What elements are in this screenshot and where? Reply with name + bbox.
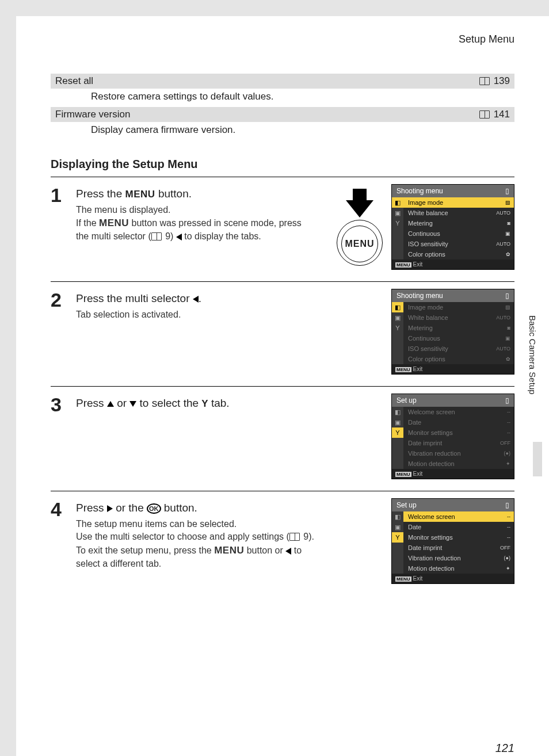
- menu-row-reset-all: Reset all 139: [51, 74, 514, 89]
- arrow-down-icon: [346, 200, 373, 217]
- movie-tab-icon: ▣: [392, 522, 403, 532]
- row-page-ref: 141: [479, 109, 510, 120]
- row-title: Firmware version: [55, 109, 130, 120]
- wrench-icon: Y: [201, 398, 208, 410]
- menu-word: MENU: [214, 545, 244, 556]
- camera-menu-screenshot: Shooting menu▯ ◧ ▣ Y Image mode▧ White b…: [391, 289, 514, 375]
- step-number: 4: [51, 498, 76, 584]
- side-tab-marker: [533, 442, 542, 476]
- up-arrow-icon: [107, 401, 114, 407]
- book-icon: [151, 232, 162, 240]
- camera-tab-icon: ◧: [392, 197, 403, 208]
- camera-menu-screenshot: Set up▯ ◧ ▣ Y Welcome screen-- Date-- Mo…: [391, 394, 514, 479]
- row-desc: Display camera firmware version.: [51, 122, 514, 140]
- camera-menu-screenshot: Shooting menu▯ ◧ ▣ Y Image mode▧ White b…: [391, 184, 514, 270]
- book-icon: [479, 110, 490, 119]
- left-arrow-icon: [193, 296, 199, 303]
- movie-tab-icon: ▣: [392, 312, 403, 323]
- right-arrow-icon: [107, 505, 113, 512]
- movie-tab-icon: ▣: [392, 208, 403, 218]
- step-text: To exit the setup menu, press the MENU b…: [76, 544, 318, 570]
- wrench-tab-icon: Y: [392, 218, 403, 228]
- step-number: 3: [51, 394, 76, 479]
- menu-button-illustration: MENU: [334, 184, 386, 266]
- step-number: 2: [51, 289, 76, 375]
- page-number: 121: [495, 742, 514, 755]
- camera-tab-icon: ◧: [392, 302, 403, 312]
- step-text: The setup menu items can be selected.: [76, 518, 318, 530]
- step-title: Press or to select the Y tab.: [76, 397, 387, 410]
- book-icon: [479, 77, 490, 85]
- wrench-tab-icon: Y: [392, 323, 403, 333]
- wrench-tab-icon: Y: [392, 427, 403, 438]
- menu-word: MENU: [125, 189, 155, 200]
- step-number: 1: [51, 184, 76, 270]
- step-text: If the MENU button was pressed in scene …: [76, 216, 306, 243]
- camera-menu-screenshot: Set up▯ ◧ ▣ Y Welcome screen-- Date-- Mo…: [391, 498, 514, 584]
- row-desc: Restore camera settings to default value…: [51, 89, 514, 107]
- left-arrow-icon: [285, 548, 291, 555]
- menu-row-firmware: Firmware version 141: [51, 107, 514, 122]
- left-arrow-icon: [176, 234, 182, 240]
- subsection-heading: Displaying the Setup Menu: [51, 158, 514, 171]
- section-header: Setup Menu: [459, 33, 514, 45]
- wrench-tab-icon: Y: [392, 532, 403, 543]
- camera-tab-icon: ◧: [392, 511, 403, 522]
- side-section-label: Basic Camera Setup: [528, 315, 537, 395]
- step-title: Press the multi selector .: [76, 292, 387, 305]
- step-text: The menu is displayed.: [76, 204, 306, 216]
- ok-button-icon: OK: [147, 503, 161, 514]
- step-title: Press or the OK button.: [76, 502, 387, 514]
- book-icon: [289, 533, 300, 541]
- menu-word: MENU: [99, 217, 129, 228]
- step-text: Use the multi selector to choose and app…: [76, 530, 318, 543]
- step-text: Tab selection is activated.: [76, 308, 306, 321]
- row-page-ref: 139: [479, 75, 510, 87]
- camera-tab-icon: ◧: [392, 407, 403, 417]
- down-arrow-icon: [129, 401, 136, 407]
- row-title: Reset all: [55, 75, 93, 87]
- step-title: Press the MENU button.: [76, 188, 329, 200]
- movie-tab-icon: ▣: [392, 417, 403, 427]
- menu-button: MENU: [337, 220, 383, 266]
